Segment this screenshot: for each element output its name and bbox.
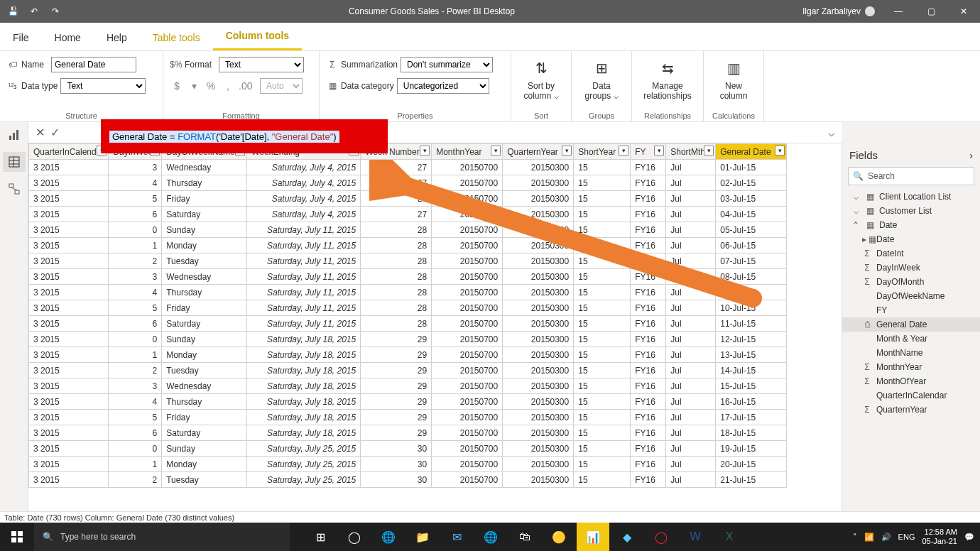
undo-icon[interactable]: ↶ — [24, 1, 44, 21]
cell[interactable]: 20150300 — [503, 363, 574, 378]
cell[interactable]: 29 — [361, 332, 432, 347]
save-icon[interactable]: 💾 — [3, 1, 23, 21]
cell[interactable]: 15 — [574, 363, 631, 378]
cell[interactable]: FY16 — [631, 410, 666, 425]
tab-home[interactable]: Home — [42, 25, 94, 50]
cell[interactable]: Tuesday — [162, 472, 247, 488]
cell[interactable]: 20150300 — [503, 425, 574, 441]
cell[interactable]: 15 — [574, 425, 631, 441]
cell[interactable]: 20-Jul-15 — [716, 457, 787, 472]
cell[interactable]: 13-Jul-15 — [716, 347, 787, 363]
cell[interactable]: Saturday — [162, 425, 247, 441]
cell[interactable]: Saturday, July 18, 2015 — [247, 410, 361, 425]
cell[interactable]: Jul — [666, 394, 716, 410]
cell[interactable]: FY16 — [631, 394, 666, 410]
tab-help[interactable]: Help — [94, 25, 140, 50]
data-groups-button[interactable]: ⊞Data groups ⌵ — [579, 55, 624, 101]
cell[interactable]: Jul — [666, 207, 716, 222]
cell[interactable]: 28 — [361, 285, 432, 300]
cell[interactable]: 08-Jul-15 — [716, 269, 787, 285]
currency-icon[interactable]: $ — [170, 80, 183, 92]
table-item[interactable]: ⌃▦Date — [842, 218, 980, 232]
cell[interactable]: Saturday, July 18, 2015 — [247, 363, 361, 378]
decimal-icon[interactable]: .00 — [239, 80, 251, 92]
cell[interactable]: FY16 — [631, 285, 666, 300]
cell[interactable]: 02-Jul-15 — [716, 175, 787, 191]
data-view-icon[interactable] — [3, 152, 26, 172]
cell[interactable]: Jul — [666, 238, 716, 253]
field-item[interactable]: ΣDayOfMonth — [842, 275, 980, 289]
cell[interactable]: 19-Jul-15 — [716, 441, 787, 457]
cell[interactable]: 06-Jul-15 — [716, 238, 787, 253]
clock[interactable]: 12:58 AM05-Jan-21 — [922, 528, 957, 546]
cell[interactable]: Tuesday — [162, 363, 247, 378]
cell[interactable]: 3 2015 — [29, 472, 109, 488]
cell[interactable]: Saturday, July 25, 2015 — [247, 457, 361, 472]
cell[interactable]: FY16 — [631, 300, 666, 316]
cell[interactable]: Saturday, July 18, 2015 — [247, 332, 361, 347]
cell[interactable]: Jul — [666, 300, 716, 316]
cell[interactable]: Monday — [162, 457, 247, 472]
cell[interactable]: 15 — [574, 332, 631, 347]
cell[interactable]: 18-Jul-15 — [716, 425, 787, 441]
cell[interactable]: 20150700 — [432, 394, 503, 410]
comma-icon[interactable]: , — [222, 80, 234, 92]
manage-relationships-button[interactable]: ⇆Manage relationships — [639, 55, 696, 101]
cell[interactable]: 20150300 — [503, 300, 574, 316]
language-indicator[interactable]: ENG — [898, 533, 915, 541]
edge2-icon[interactable]: 🌐 — [474, 523, 507, 551]
cell[interactable]: 20150300 — [503, 253, 574, 269]
cell[interactable]: Tuesday — [162, 253, 247, 269]
column-header[interactable]: General Date▾ — [716, 144, 787, 160]
cell[interactable]: 15 — [574, 191, 631, 207]
cell[interactable]: 4 — [109, 394, 162, 410]
field-item[interactable]: FY — [842, 303, 980, 317]
cell[interactable]: Saturday, July 11, 2015 — [247, 316, 361, 332]
cell[interactable]: 15-Jul-15 — [716, 378, 787, 394]
cell[interactable]: 05-Jul-15 — [716, 222, 787, 238]
excel-icon[interactable]: X — [713, 523, 746, 551]
cell[interactable]: Monday — [162, 347, 247, 363]
cell[interactable]: Saturday, July 4, 2015 — [247, 191, 361, 207]
cell[interactable]: Saturday, July 4, 2015 — [247, 160, 361, 175]
cell[interactable]: 20150300 — [503, 347, 574, 363]
cell[interactable]: 15 — [574, 441, 631, 457]
cell[interactable]: 15 — [574, 238, 631, 253]
table-row[interactable]: 3 20153WednesdaySaturday, July 4, 201527… — [29, 160, 787, 175]
cell[interactable]: 3 2015 — [29, 316, 109, 332]
cell[interactable]: FY16 — [631, 472, 666, 488]
table-item[interactable]: ⌵▦Client Location List — [842, 190, 980, 204]
cell[interactable]: 15 — [574, 457, 631, 472]
cell[interactable]: 04-Jul-15 — [716, 207, 787, 222]
cell[interactable]: FY16 — [631, 269, 666, 285]
cell[interactable]: 20150300 — [503, 207, 574, 222]
field-item[interactable]: ▸ ▦Date — [842, 232, 980, 246]
cell[interactable]: 5 — [109, 410, 162, 425]
cell[interactable]: 20150300 — [503, 394, 574, 410]
cell[interactable]: Saturday, July 11, 2015 — [247, 285, 361, 300]
cell[interactable]: Jul — [666, 457, 716, 472]
column-header[interactable]: MonthnYear▾ — [432, 144, 503, 160]
field-item[interactable]: ⎙General Date — [842, 317, 980, 332]
cell[interactable]: 28 — [361, 253, 432, 269]
cell[interactable]: 20150700 — [432, 472, 503, 488]
cell[interactable]: FY16 — [631, 441, 666, 457]
table-row[interactable]: 3 20154ThursdaySaturday, July 11, 201528… — [29, 285, 787, 300]
expand-formula-icon[interactable]: ⌵ — [822, 126, 842, 139]
cell[interactable]: FY16 — [631, 316, 666, 332]
notifications-icon[interactable]: 💬 — [964, 533, 974, 542]
task-view-icon[interactable]: ⊞ — [304, 523, 337, 551]
cell[interactable]: Jul — [666, 175, 716, 191]
column-header[interactable]: FY▾ — [631, 144, 666, 160]
filter-dropdown-icon[interactable]: ▾ — [775, 146, 785, 156]
cell[interactable]: 10-Jul-15 — [716, 300, 787, 316]
percent-icon[interactable]: % — [205, 80, 217, 92]
cell[interactable]: 20150700 — [432, 332, 503, 347]
filter-dropdown-icon[interactable]: ▾ — [654, 146, 664, 156]
table-item[interactable]: ⌵▦Customer List — [842, 204, 980, 218]
cell[interactable]: 20150700 — [432, 410, 503, 425]
cell[interactable]: 20150700 — [432, 207, 503, 222]
cell[interactable]: 20150300 — [503, 269, 574, 285]
field-item[interactable]: ΣDayInWeek — [842, 261, 980, 275]
cell[interactable]: 29 — [361, 347, 432, 363]
